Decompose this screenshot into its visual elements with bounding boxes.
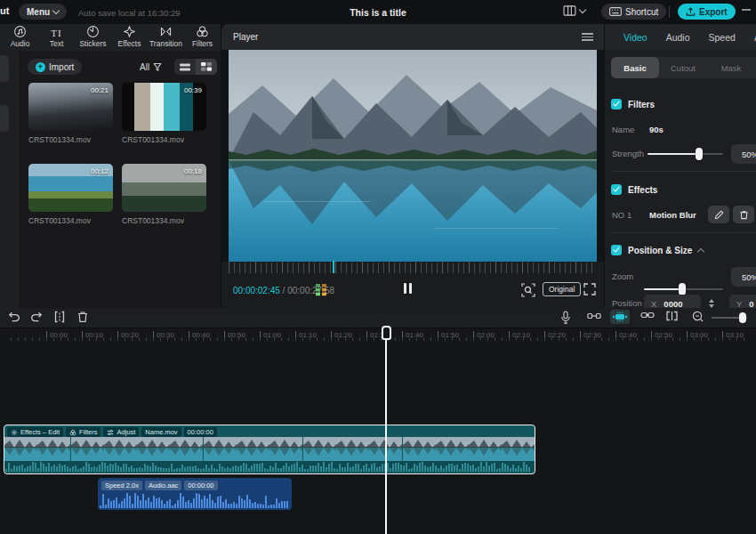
video-frame-thumbnail bbox=[4, 437, 37, 461]
toolbar-item-text[interactable]: TIText bbox=[38, 25, 75, 48]
grid-view-button[interactable] bbox=[196, 59, 217, 75]
video-clip[interactable]: Effects – EditFiltersAdjustName.mov00:00… bbox=[4, 425, 535, 474]
filter-name-label: Name bbox=[612, 125, 634, 134]
shortcut-button[interactable]: Shortcut bbox=[601, 4, 666, 20]
inspector-panel: Video Audio Speed Animate Basic Cutout M… bbox=[605, 24, 756, 308]
timeline-zoom-out-icon[interactable] bbox=[692, 311, 704, 323]
media-clip-thumbnail: 00:18 bbox=[122, 164, 206, 212]
import-button-label: Import bbox=[49, 62, 74, 72]
effects-icon bbox=[123, 25, 136, 38]
playhead-line bbox=[385, 327, 387, 534]
chevron-up-icon[interactable] bbox=[697, 247, 704, 255]
media-category-stub[interactable] bbox=[0, 55, 9, 82]
export-button[interactable]: Export bbox=[678, 4, 736, 20]
zoom-slider[interactable] bbox=[644, 283, 723, 295]
toolbar-item-filters[interactable]: Filters bbox=[184, 25, 221, 48]
section-divider bbox=[611, 232, 756, 233]
tab-video[interactable]: Video bbox=[623, 32, 647, 43]
view-toggle-group bbox=[174, 59, 217, 75]
audio-clip-waveform bbox=[100, 492, 290, 508]
media-clip-duration: 00:18 bbox=[184, 167, 202, 175]
redo-button[interactable] bbox=[30, 311, 44, 323]
toolbar-item-label: Audio bbox=[11, 39, 30, 48]
media-filter-button[interactable]: All bbox=[140, 61, 163, 72]
tab-speed[interactable]: Speed bbox=[709, 32, 736, 43]
zoom-label: Zoom bbox=[612, 271, 633, 281]
pencil-icon bbox=[714, 210, 724, 220]
video-viewport[interactable] bbox=[221, 50, 604, 262]
media-category-stub[interactable] bbox=[0, 105, 9, 132]
levels-icon[interactable] bbox=[314, 284, 328, 296]
filters-checkbox[interactable] bbox=[611, 99, 622, 109]
media-clip[interactable]: 00:12CRST001334.mov bbox=[28, 164, 113, 225]
topbar-divider bbox=[669, 6, 670, 18]
media-clip[interactable]: 00:21CRST001334.mov bbox=[28, 83, 113, 144]
video-frame-thumbnail bbox=[137, 437, 170, 461]
transition-icon bbox=[159, 25, 173, 38]
media-clip[interactable]: 00:18CRST001334.mov bbox=[122, 164, 206, 225]
audio-clip-badges: Speed 2.0xAudio.aac00:00:00 bbox=[101, 481, 218, 490]
toolbar-item-transition[interactable]: Transition bbox=[148, 25, 184, 48]
timeline-ruler[interactable]: 00:0000:1000:2000:3000:4000:5001:0001:10… bbox=[0, 328, 756, 344]
media-clip[interactable]: 00:39CRST001334.mov bbox=[122, 83, 206, 144]
position-y-field[interactable]: Y 0 bbox=[729, 295, 756, 308]
video-frame-thumbnail bbox=[104, 437, 137, 461]
audio-clip[interactable]: Speed 2.0xAudio.aac00:00:00 bbox=[98, 478, 292, 510]
position-size-checkbox[interactable] bbox=[611, 245, 622, 255]
player-controls: 00:00:02:45 / 00:00:27:58 Original bbox=[221, 274, 604, 308]
toolbar-item-stickers[interactable]: Stickers bbox=[75, 25, 111, 48]
audio-clip-badge: 00:00:00 bbox=[184, 481, 217, 490]
undo-button[interactable] bbox=[7, 311, 20, 323]
player-seek-ruler-ticks bbox=[229, 261, 597, 273]
timeline-zoom-knob[interactable] bbox=[739, 312, 746, 323]
position-label: Position bbox=[612, 298, 642, 308]
delete-clip-button[interactable] bbox=[76, 311, 89, 323]
pause-button[interactable] bbox=[404, 283, 412, 294]
list-view-icon bbox=[180, 63, 190, 71]
position-x-field[interactable]: X 0000 bbox=[644, 295, 701, 308]
toolbar-item-label: Filters bbox=[192, 39, 213, 48]
video-clip-badge: Adjust bbox=[103, 427, 139, 437]
subtab-cutout[interactable]: Cutout bbox=[659, 57, 707, 78]
video-frame-thumbnail bbox=[502, 437, 535, 461]
minimize-button[interactable] bbox=[742, 9, 751, 11]
toolbar-item-label: Effects bbox=[118, 39, 141, 48]
video-clip-badge: Effects – Edit bbox=[7, 427, 63, 437]
record-voiceover-button[interactable] bbox=[560, 311, 571, 324]
subtab-basic[interactable]: Basic bbox=[611, 57, 659, 78]
edit-effect-button[interactable] bbox=[708, 206, 729, 223]
player-seek-marker bbox=[333, 261, 334, 273]
media-clip-thumbnail: 00:21 bbox=[28, 83, 113, 131]
effects-checkbox[interactable] bbox=[611, 184, 622, 195]
grid-view-icon bbox=[201, 62, 212, 71]
toolbar-item-audio[interactable]: Audio bbox=[2, 25, 38, 48]
media-clip-name: CRST001334.mov bbox=[122, 135, 206, 144]
delete-effect-button[interactable] bbox=[733, 206, 754, 223]
video-frame-thumbnail bbox=[269, 437, 302, 461]
layout-switcher[interactable] bbox=[563, 5, 585, 16]
zoom-value[interactable]: 50% bbox=[731, 267, 756, 287]
split-preview-button[interactable] bbox=[665, 311, 679, 321]
media-clip-name: CRST001334.mov bbox=[122, 216, 206, 225]
toolbar-item-effects[interactable]: Effects bbox=[111, 25, 148, 48]
video-clip-waveform bbox=[4, 461, 535, 472]
strength-value[interactable]: 50% bbox=[731, 144, 756, 164]
tab-audio[interactable]: Audio bbox=[666, 32, 690, 43]
player-menu-icon[interactable] bbox=[582, 33, 593, 41]
original-quality-button[interactable]: Original bbox=[543, 282, 581, 296]
timeline-ruler-minor-ticks bbox=[11, 337, 745, 341]
position-x-stepper[interactable] bbox=[705, 295, 718, 308]
strength-slider[interactable] bbox=[647, 148, 723, 160]
strength-label: Strength bbox=[612, 149, 644, 158]
split-button[interactable] bbox=[53, 311, 66, 323]
import-button[interactable]: + Import bbox=[28, 59, 82, 75]
timeline-tracks: Effects – EditFiltersAdjustName.mov00:00… bbox=[0, 344, 756, 534]
main-track-magnet-button[interactable] bbox=[610, 310, 630, 324]
list-view-button[interactable] bbox=[174, 59, 196, 75]
link-clips-button[interactable] bbox=[640, 311, 655, 320]
snap-toggle-button[interactable] bbox=[587, 311, 601, 321]
zoom-fit-icon[interactable] bbox=[521, 283, 535, 297]
subtab-mask[interactable]: Mask bbox=[707, 57, 755, 78]
playhead-handle[interactable] bbox=[382, 326, 391, 340]
fullscreen-icon[interactable] bbox=[583, 283, 596, 295]
